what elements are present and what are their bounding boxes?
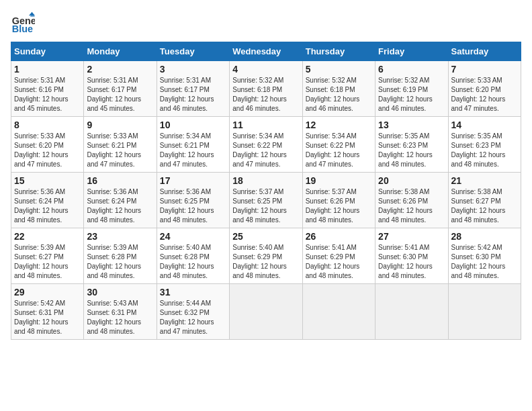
calendar-cell: 22 Sunrise: 5:39 AMSunset: 6:27 PMDaylig…: [11, 228, 84, 284]
day-number: 24: [160, 231, 226, 242]
calendar-cell: 6 Sunrise: 5:32 AMSunset: 6:19 PMDayligh…: [375, 61, 448, 117]
header-cell-friday: Friday: [375, 42, 448, 61]
day-number: 29: [14, 287, 81, 298]
calendar-cell: 3 Sunrise: 5:31 AMSunset: 6:17 PMDayligh…: [157, 61, 229, 117]
day-info: Sunrise: 5:33 AMSunset: 6:20 PMDaylight:…: [451, 76, 518, 113]
day-number: 11: [232, 120, 299, 130]
calendar-cell: 10 Sunrise: 5:34 AMSunset: 6:21 PMDaylig…: [157, 117, 229, 173]
day-number: 10: [160, 120, 226, 130]
day-info: Sunrise: 5:42 AMSunset: 6:30 PMDaylight:…: [451, 243, 518, 281]
day-info: Sunrise: 5:39 AMSunset: 6:28 PMDaylight:…: [87, 243, 153, 281]
calendar-cell: [375, 284, 448, 340]
day-number: 27: [378, 231, 445, 242]
day-info: Sunrise: 5:34 AMSunset: 6:22 PMDaylight:…: [306, 132, 372, 169]
calendar-cell: 13 Sunrise: 5:35 AMSunset: 6:23 PMDaylig…: [375, 117, 448, 173]
day-info: Sunrise: 5:35 AMSunset: 6:23 PMDaylight:…: [451, 132, 518, 169]
header-cell-saturday: Saturday: [448, 42, 521, 61]
calendar-cell: 18 Sunrise: 5:37 AMSunset: 6:25 PMDaylig…: [230, 173, 302, 228]
calendar-cell: 26 Sunrise: 5:41 AMSunset: 6:29 PMDaylig…: [302, 228, 375, 284]
calendar-cell: 1 Sunrise: 5:31 AMSunset: 6:16 PMDayligh…: [11, 61, 84, 117]
calendar-cell: 14 Sunrise: 5:35 AMSunset: 6:23 PMDaylig…: [448, 117, 521, 173]
calendar-cell: 29 Sunrise: 5:42 AMSunset: 6:31 PMDaylig…: [11, 284, 84, 340]
day-info: Sunrise: 5:34 AMSunset: 6:21 PMDaylight:…: [160, 132, 226, 169]
day-info: Sunrise: 5:33 AMSunset: 6:20 PMDaylight:…: [14, 132, 81, 169]
calendar-cell: 19 Sunrise: 5:37 AMSunset: 6:26 PMDaylig…: [302, 173, 375, 228]
calendar-cell: 4 Sunrise: 5:32 AMSunset: 6:18 PMDayligh…: [230, 61, 302, 117]
day-info: Sunrise: 5:43 AMSunset: 6:31 PMDaylight:…: [87, 299, 153, 336]
day-number: 26: [306, 231, 372, 242]
day-number: 7: [451, 64, 518, 75]
calendar-cell: 11 Sunrise: 5:34 AMSunset: 6:22 PMDaylig…: [230, 117, 302, 173]
day-number: 30: [87, 287, 153, 298]
day-number: 16: [87, 175, 153, 186]
day-info: Sunrise: 5:32 AMSunset: 6:18 PMDaylight:…: [306, 76, 372, 113]
header-cell-tuesday: Tuesday: [157, 42, 229, 61]
calendar-cell: 7 Sunrise: 5:33 AMSunset: 6:20 PMDayligh…: [448, 61, 521, 117]
day-number: 12: [306, 120, 372, 130]
day-number: 2: [87, 64, 153, 75]
day-number: 15: [14, 175, 81, 186]
calendar-cell: 28 Sunrise: 5:42 AMSunset: 6:30 PMDaylig…: [448, 228, 521, 284]
day-number: 14: [451, 120, 518, 130]
calendar-cell: 16 Sunrise: 5:36 AMSunset: 6:24 PMDaylig…: [84, 173, 157, 228]
day-info: Sunrise: 5:31 AMSunset: 6:16 PMDaylight:…: [14, 76, 81, 113]
calendar-table: SundayMondayTuesdayWednesdayThursdayFrid…: [11, 42, 521, 340]
day-info: Sunrise: 5:42 AMSunset: 6:31 PMDaylight:…: [14, 299, 81, 336]
day-number: 19: [306, 175, 372, 186]
calendar-week-3: 15 Sunrise: 5:36 AMSunset: 6:24 PMDaylig…: [11, 173, 521, 228]
header: General Blue: [11, 11, 521, 35]
calendar-cell: 23 Sunrise: 5:39 AMSunset: 6:28 PMDaylig…: [84, 228, 157, 284]
logo-icon: General Blue: [11, 11, 35, 35]
day-info: Sunrise: 5:34 AMSunset: 6:22 PMDaylight:…: [232, 132, 299, 169]
calendar-cell: 20 Sunrise: 5:38 AMSunset: 6:26 PMDaylig…: [375, 173, 448, 228]
day-number: 18: [232, 175, 299, 186]
day-info: Sunrise: 5:36 AMSunset: 6:24 PMDaylight:…: [87, 187, 153, 225]
calendar-cell: 21 Sunrise: 5:38 AMSunset: 6:27 PMDaylig…: [448, 173, 521, 228]
day-number: 3: [160, 64, 226, 75]
logo: General Blue: [11, 11, 38, 35]
calendar-cell: 2 Sunrise: 5:31 AMSunset: 6:17 PMDayligh…: [84, 61, 157, 117]
day-info: Sunrise: 5:37 AMSunset: 6:25 PMDaylight:…: [232, 187, 299, 225]
day-info: Sunrise: 5:31 AMSunset: 6:17 PMDaylight:…: [160, 76, 226, 113]
day-number: 22: [14, 231, 81, 242]
day-info: Sunrise: 5:41 AMSunset: 6:30 PMDaylight:…: [378, 243, 445, 281]
day-info: Sunrise: 5:41 AMSunset: 6:29 PMDaylight:…: [306, 243, 372, 281]
day-info: Sunrise: 5:39 AMSunset: 6:27 PMDaylight:…: [14, 243, 81, 281]
calendar-cell: 5 Sunrise: 5:32 AMSunset: 6:18 PMDayligh…: [302, 61, 375, 117]
day-info: Sunrise: 5:38 AMSunset: 6:27 PMDaylight:…: [451, 187, 518, 225]
day-info: Sunrise: 5:36 AMSunset: 6:24 PMDaylight:…: [14, 187, 81, 225]
day-info: Sunrise: 5:37 AMSunset: 6:26 PMDaylight:…: [306, 187, 372, 225]
day-number: 17: [160, 175, 226, 186]
svg-text:Blue: Blue: [12, 24, 33, 34]
calendar-cell: 30 Sunrise: 5:43 AMSunset: 6:31 PMDaylig…: [84, 284, 157, 340]
header-row: SundayMondayTuesdayWednesdayThursdayFrid…: [11, 42, 521, 61]
calendar-cell: 27 Sunrise: 5:41 AMSunset: 6:30 PMDaylig…: [375, 228, 448, 284]
calendar-week-5: 29 Sunrise: 5:42 AMSunset: 6:31 PMDaylig…: [11, 284, 521, 340]
day-number: 9: [87, 120, 153, 130]
day-info: Sunrise: 5:31 AMSunset: 6:17 PMDaylight:…: [87, 76, 153, 113]
calendar-cell: 12 Sunrise: 5:34 AMSunset: 6:22 PMDaylig…: [302, 117, 375, 173]
header-cell-sunday: Sunday: [11, 42, 84, 61]
calendar-week-1: 1 Sunrise: 5:31 AMSunset: 6:16 PMDayligh…: [11, 61, 521, 117]
header-cell-wednesday: Wednesday: [230, 42, 302, 61]
day-info: Sunrise: 5:35 AMSunset: 6:23 PMDaylight:…: [378, 132, 445, 169]
day-info: Sunrise: 5:32 AMSunset: 6:19 PMDaylight:…: [378, 76, 445, 113]
day-number: 6: [378, 64, 445, 75]
day-number: 5: [306, 64, 372, 75]
day-number: 21: [451, 175, 518, 186]
day-number: 8: [14, 120, 81, 130]
day-number: 1: [14, 64, 81, 75]
day-number: 25: [232, 231, 299, 242]
calendar-cell: [230, 284, 302, 340]
day-number: 20: [378, 175, 445, 186]
calendar-cell: [448, 284, 521, 340]
calendar-cell: [302, 284, 375, 340]
day-number: 28: [451, 231, 518, 242]
day-info: Sunrise: 5:38 AMSunset: 6:26 PMDaylight:…: [378, 187, 445, 225]
calendar-week-2: 8 Sunrise: 5:33 AMSunset: 6:20 PMDayligh…: [11, 117, 521, 173]
header-cell-thursday: Thursday: [302, 42, 375, 61]
day-info: Sunrise: 5:40 AMSunset: 6:28 PMDaylight:…: [160, 243, 226, 281]
calendar-week-4: 22 Sunrise: 5:39 AMSunset: 6:27 PMDaylig…: [11, 228, 521, 284]
calendar-cell: 24 Sunrise: 5:40 AMSunset: 6:28 PMDaylig…: [157, 228, 229, 284]
calendar-cell: 17 Sunrise: 5:36 AMSunset: 6:25 PMDaylig…: [157, 173, 229, 228]
